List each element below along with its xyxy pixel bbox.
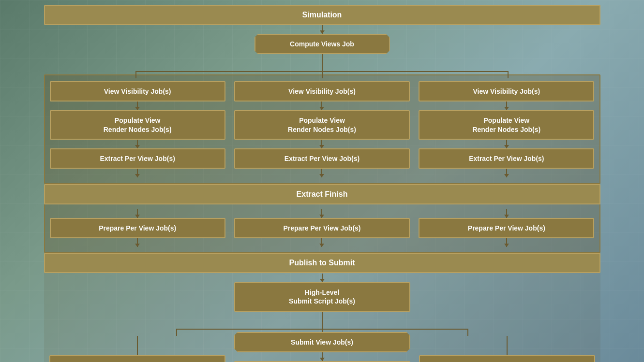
- right-column: View Visibility Job(s) Populate View Ren…: [419, 81, 594, 177]
- view-visibility-job-center: View Visibility Job(s): [234, 81, 410, 101]
- populate-view-right: Populate View Render Nodes Job(s): [419, 110, 594, 139]
- prepare-per-view-left: Prepare Per View Job(s): [50, 218, 225, 238]
- compute-views-job-node: Compute Views Job: [255, 34, 390, 54]
- prepare-left-col: Prepare Per View Job(s): [50, 209, 225, 247]
- extract-per-view-center: Extract Per View Job(s): [234, 148, 410, 169]
- left-column: View Visibility Job(s) Populate View Ren…: [50, 81, 225, 177]
- arrow-pv-epv-right: [506, 140, 507, 148]
- view-visibility-job-left: View Visibility Job(s): [50, 81, 225, 101]
- extract-per-view-right: Extract Per View Job(s): [419, 148, 594, 169]
- arrow-ppv-pts-center: [321, 238, 322, 247]
- submit-center-col: High-Level Submit Script Job(s) Submit V…: [234, 274, 410, 362]
- simulation-bar: Simulation: [44, 5, 600, 25]
- prepare-center-col: Prepare Per View Job(s): [234, 209, 410, 247]
- arrow-ppv-pts-left: [137, 238, 138, 247]
- submit-right-col: Submit View Job(s): [419, 274, 595, 362]
- sim-to-compute-arrow: [322, 25, 323, 34]
- arrow-vv-pv-right: [506, 101, 507, 110]
- arrow-vv-pv-left: [137, 101, 138, 110]
- arrow-epv-ef-left: [137, 169, 138, 177]
- submit-left-col: Submit View Job(s): [49, 274, 225, 362]
- arrow-ef-ppv-left: [137, 209, 138, 218]
- submit-view-center: Submit View Job(s): [234, 332, 410, 352]
- spacer-right: [507, 336, 508, 355]
- arrow-vv-pv-center: [321, 101, 322, 110]
- submit-view-left: Submit View Job(s): [49, 355, 225, 362]
- prepare-per-view-right: Prepare Per View Job(s): [419, 218, 594, 238]
- prepare-right-col: Prepare Per View Job(s): [419, 209, 594, 247]
- diagram-container: Simulation Compute Views Job: [0, 0, 644, 362]
- extract-finish-bar: Extract Finish: [44, 184, 600, 204]
- prepare-per-view-center: Prepare Per View Job(s): [234, 218, 410, 238]
- high-level-submit-node: High-Level Submit Script Job(s): [234, 282, 410, 311]
- center-column: View Visibility Job(s) Populate View Ren…: [234, 81, 410, 177]
- publish-to-submit-bar: Publish to Submit: [44, 253, 600, 273]
- arrow-epv-ef-right: [506, 169, 507, 177]
- main-layout: Simulation Compute Views Job: [44, 5, 600, 362]
- arrow-ppv-pts-right: [506, 238, 507, 247]
- arrow-pv-epv-left: [137, 140, 138, 148]
- spacer-left: [137, 336, 138, 355]
- arrow-ef-ppv-center: [321, 209, 322, 218]
- populate-view-center: Populate View Render Nodes Job(s): [234, 110, 410, 139]
- arrow-pv-epv-center: [321, 140, 322, 148]
- arrow-sv-efj: [322, 352, 323, 361]
- arrow-pts-hl: [322, 274, 323, 282]
- extract-per-view-left: Extract Per View Job(s): [50, 148, 225, 169]
- submit-view-right: Submit View Job(s): [419, 355, 595, 362]
- view-visibility-job-right: View Visibility Job(s): [419, 81, 594, 101]
- arrow-epv-ef-center: [321, 169, 322, 177]
- arrow-ef-ppv-right: [506, 209, 507, 218]
- populate-view-left: Populate View Render Nodes Job(s): [50, 110, 225, 139]
